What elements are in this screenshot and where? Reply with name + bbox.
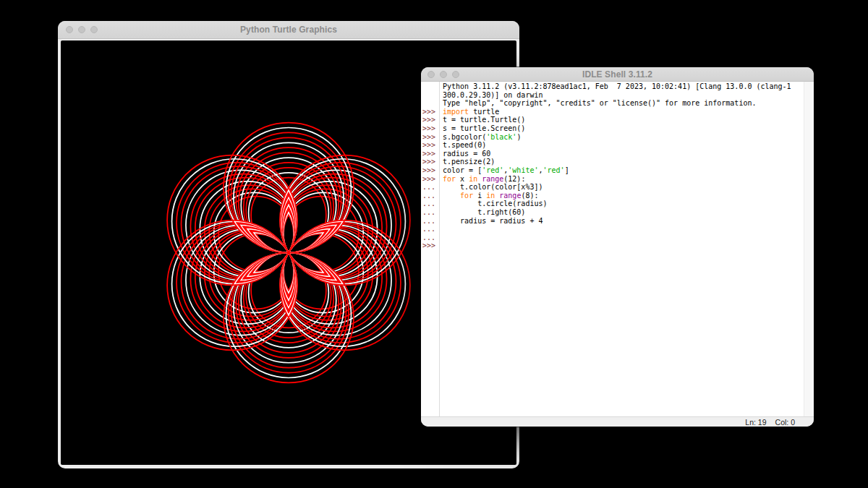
shell-row: >>>color = ['red','white','red'] <box>421 166 804 175</box>
code-token: in <box>469 175 477 183</box>
code-token: Type "help", "copyright", "credits" or "… <box>443 99 756 107</box>
shell-prompt: ... <box>421 234 439 242</box>
shell-code-line: t.right(60) <box>439 208 525 217</box>
shell-prompt: >>> <box>421 150 439 158</box>
code-token: range <box>482 175 503 183</box>
code-token: i <box>473 192 486 200</box>
status-bar: Ln: 19 Col: 0 <box>421 416 814 427</box>
shell-code-line: Type "help", "copyright", "credits" or "… <box>439 99 756 108</box>
shell-code-line: for i in range(8): <box>439 192 539 200</box>
shell-row: >>>for x in range(12): <box>421 175 804 184</box>
desktop: Python Turtle Graphics IDLE Shell 3.11.2… <box>0 0 868 488</box>
close-button[interactable] <box>66 26 73 33</box>
code-token: 'red' <box>543 166 565 174</box>
zoom-button[interactable] <box>452 71 459 78</box>
shell-row: >>>t = turtle.Turtle() <box>421 116 804 124</box>
code-token: t.pensize(2) <box>443 158 495 166</box>
code-token: radius = radius + 4 <box>443 217 542 225</box>
code-token: 300.0.29.30)] on darwin <box>443 91 542 99</box>
shell-prompt: >>> <box>421 158 439 166</box>
code-token <box>443 192 460 200</box>
code-token: s = turtle.Screen() <box>443 124 525 132</box>
shell-code-line: import turtle <box>439 108 499 116</box>
code-token: for <box>443 175 456 183</box>
shell-prompt: >>> <box>421 141 439 150</box>
code-token: radius = 60 <box>443 150 490 158</box>
shell-code-line: radius = 60 <box>439 150 490 158</box>
close-button[interactable] <box>427 71 435 78</box>
shell-text-area[interactable]: Python 3.11.2 (v3.11.2:878ead1ac1, Feb 7… <box>421 82 814 416</box>
code-token: (8): <box>521 192 538 200</box>
shell-row: ... t.circle(radius) <box>421 200 804 208</box>
code-token: range <box>499 192 521 200</box>
code-token: ) <box>516 133 521 141</box>
code-token: import <box>443 108 469 116</box>
code-token: color = [ <box>443 166 482 174</box>
turtle-titlebar[interactable]: Python Turtle Graphics <box>58 21 519 39</box>
shell-prompt: ... <box>421 208 439 217</box>
shell-prompt: >>> <box>421 124 439 133</box>
status-line-indicator: Ln: 19 <box>745 418 766 427</box>
shell-code-line: s = turtle.Screen() <box>439 124 525 133</box>
shell-row: >>>t.speed(0) <box>421 141 804 150</box>
shell-code-line: t.pensize(2) <box>439 158 495 166</box>
shell-prompt <box>421 82 439 91</box>
idle-titlebar[interactable]: IDLE Shell 3.11.2 <box>421 67 814 82</box>
shell-row: ... t.right(60) <box>421 208 804 217</box>
code-token: t = turtle.Turtle() <box>443 116 525 124</box>
minimize-button[interactable] <box>78 26 85 33</box>
turtle-window-title: Python Turtle Graphics <box>58 25 519 35</box>
shell-prompt: >>> <box>421 175 439 184</box>
shell-row: ... for i in range(8): <box>421 192 804 200</box>
shell-row: >>>s.bgcolor('black') <box>421 133 804 142</box>
shell-row: >>>s = turtle.Screen() <box>421 124 804 133</box>
shell-prompt: >>> <box>421 166 439 175</box>
shell-code-line: Python 3.11.2 (v3.11.2:878ead1ac1, Feb 7… <box>439 82 791 91</box>
turtle-window-controls <box>58 26 98 33</box>
code-token: turtle <box>469 108 499 116</box>
status-col-indicator: Col: 0 <box>775 418 795 427</box>
shell-prompt: ... <box>421 217 439 226</box>
shell-row: ... <box>421 234 804 242</box>
shell-code-line: t.color(color[x%3]) <box>439 183 542 192</box>
shell-row: >>>import turtle <box>421 108 804 116</box>
code-token: t.speed(0) <box>443 141 486 149</box>
shell-code-line: t.circle(radius) <box>439 200 548 208</box>
shell-code-line: t.speed(0) <box>439 141 486 150</box>
shell-prompt: >>> <box>421 133 439 142</box>
shell-prompt <box>421 91 439 100</box>
idle-window-controls <box>421 71 459 78</box>
code-token: t.color(color[x%3]) <box>443 183 542 191</box>
code-token: t.right(60) <box>443 208 525 216</box>
shell-row: ... t.color(color[x%3]) <box>421 183 804 192</box>
shell-prompt: ... <box>421 192 439 200</box>
code-token: in <box>486 192 495 200</box>
idle-shell-window: IDLE Shell 3.11.2 Python 3.11.2 (v3.11.2… <box>421 67 814 427</box>
shell-code-line: for x in range(12): <box>439 175 525 184</box>
shell-prompt <box>421 99 439 108</box>
shell-row: Type "help", "copyright", "credits" or "… <box>421 99 804 108</box>
shell-prompt: >>> <box>421 241 439 250</box>
shell-code-line: t = turtle.Turtle() <box>439 116 525 124</box>
shell-code-line: 300.0.29.30)] on darwin <box>439 91 542 100</box>
scrollbar-track[interactable] <box>804 82 814 416</box>
shell-prompt: ... <box>421 225 439 234</box>
shell-row: ... <box>421 225 804 234</box>
shell-prompt: ... <box>421 183 439 192</box>
shell-row: 300.0.29.30)] on darwin <box>421 91 804 100</box>
shell-row: >>>t.pensize(2) <box>421 158 804 166</box>
code-token: (12): <box>503 175 525 183</box>
shell-code-line: s.bgcolor('black') <box>439 133 521 142</box>
code-token: t.circle(radius) <box>443 200 548 207</box>
shell-row: ... radius = radius + 4 <box>421 217 804 226</box>
minimize-button[interactable] <box>440 71 447 78</box>
code-token: s.bgcolor( <box>443 133 486 141</box>
shell-row: Python 3.11.2 (v3.11.2:878ead1ac1, Feb 7… <box>421 82 804 91</box>
prompt-sidebar-divider <box>439 82 440 416</box>
zoom-button[interactable] <box>90 26 98 33</box>
code-token: 'white' <box>508 166 538 174</box>
shell-prompt: >>> <box>421 116 439 124</box>
code-token: 'black' <box>486 133 516 141</box>
shell-prompt: >>> <box>421 108 439 116</box>
shell-prompt: ... <box>421 200 439 208</box>
